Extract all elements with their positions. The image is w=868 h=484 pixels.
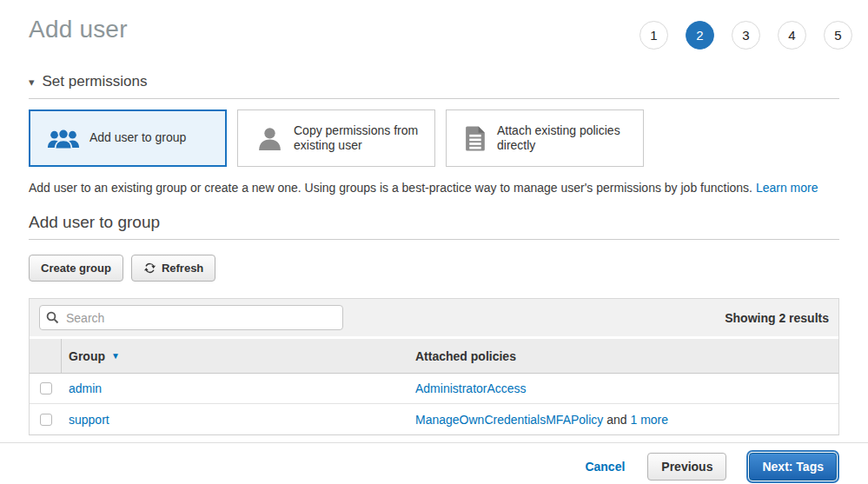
previous-button[interactable]: Previous [647,453,726,481]
users-group-icon [47,126,80,151]
create-group-button[interactable]: Create group [29,255,123,282]
table-row: admin AdministratorAccess [30,374,838,404]
policy-joiner-text: and [603,413,630,427]
permission-option-cards: Add user to group Copy permissions from … [29,109,839,167]
step-2-active: 2 [686,21,714,50]
column-header-attached-policies: Attached policies [407,349,838,363]
table-row: support ManageOwnCredentialsMFAPolicy an… [30,404,838,434]
collapse-caret-icon: ▾ [29,76,35,88]
table-toolbar: Showing 2 results [30,299,838,339]
refresh-label: Refresh [162,262,203,275]
single-user-icon [255,124,284,153]
policy-link[interactable]: AdministratorAccess [415,381,527,395]
refresh-button[interactable]: Refresh [131,255,215,282]
step-1: 1 [639,21,668,50]
page-header: Add user 1 2 3 4 5 [0,0,868,50]
groups-table: Showing 2 results Group ▼ Attached polic… [29,298,839,435]
divider [29,98,839,99]
search-icon [46,311,59,328]
page-title: Add user [29,16,128,43]
step-4: 4 [778,21,806,50]
option-copy-permissions[interactable]: Copy permissions from existing user [237,109,435,167]
more-policies-link[interactable]: 1 more [630,413,668,427]
section-description: Add user to an existing group or create … [29,181,839,195]
search-input[interactable] [39,305,343,330]
sort-desc-icon: ▼ [111,351,120,361]
policy-document-icon [464,125,487,152]
cancel-link[interactable]: Cancel [585,460,625,474]
option-add-user-to-group[interactable]: Add user to group [29,109,227,167]
refresh-icon [143,262,156,275]
step-indicator: 1 2 3 4 5 [639,21,852,50]
learn-more-link[interactable]: Learn more [756,181,818,195]
row-checkbox[interactable] [40,382,52,394]
header-checkbox-cell [30,339,62,373]
description-text: Add user to an existing group or create … [29,181,752,195]
option-label: Attach existing policies directly [497,123,633,154]
table-header-row: Group ▼ Attached policies [30,339,838,374]
step-5: 5 [824,21,852,50]
option-label: Add user to group [89,130,186,146]
group-link[interactable]: admin [69,381,102,395]
policy-link[interactable]: ManageOwnCredentialsMFAPolicy [415,413,603,427]
next-tags-button[interactable]: Next: Tags [749,453,837,481]
option-label: Copy permissions from existing user [294,123,424,154]
add-user-to-group-heading: Add user to group [29,213,839,232]
group-link[interactable]: support [69,413,109,427]
column-header-group[interactable]: Group ▼ [62,349,407,363]
set-permissions-section-header[interactable]: ▾ Set permissions [29,73,839,90]
divider [29,239,839,240]
search-box [39,305,343,330]
row-checkbox[interactable] [40,414,52,426]
step-3: 3 [732,21,760,50]
results-count: Showing 2 results [725,311,829,325]
wizard-footer: Cancel Previous Next: Tags [0,442,868,484]
option-attach-policies[interactable]: Attach existing policies directly [446,109,644,167]
section-title: Set permissions [43,73,148,90]
group-actions: Create group Refresh [29,255,839,282]
